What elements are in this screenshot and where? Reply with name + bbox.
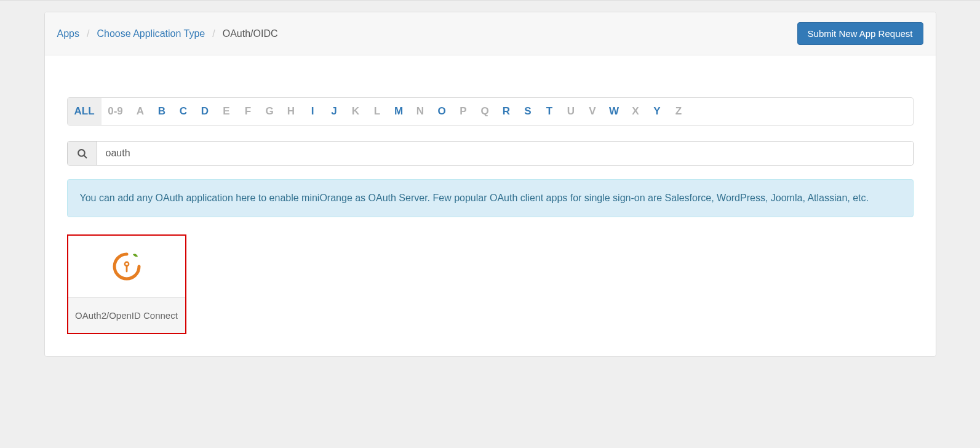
app-card[interactable]: OAuth2/OpenID Connect	[67, 234, 186, 334]
alpha-filter-item-h: H	[281, 98, 302, 125]
alpha-filter-item-a: A	[130, 98, 151, 125]
alpha-filter-item-v: V	[582, 98, 604, 125]
app-card-label: OAuth2/OpenID Connect	[68, 297, 185, 333]
results-grid: OAuth2/OpenID Connect	[67, 234, 914, 334]
alpha-filter-item-f: F	[237, 98, 259, 125]
search-wrap	[67, 141, 914, 166]
alpha-filter-item-o[interactable]: O	[431, 98, 453, 125]
alpha-filter-item-n: N	[410, 98, 431, 125]
alpha-filter-item-d[interactable]: D	[194, 98, 216, 125]
alpha-filter-item-u: U	[560, 98, 582, 125]
app-card-logo	[68, 236, 185, 297]
alpha-filter-item-m[interactable]: M	[388, 98, 410, 125]
alpha-filter-item-g: G	[259, 98, 281, 125]
alpha-filter-item-p: P	[453, 98, 474, 125]
alpha-filter-item-q: Q	[474, 98, 496, 125]
alpha-filter-item-r[interactable]: R	[496, 98, 517, 125]
apps-panel: Apps / Choose Application Type / OAuth/O…	[44, 12, 936, 357]
info-alert: You can add any OAuth application here t…	[67, 179, 914, 217]
alpha-filter-item-b[interactable]: B	[151, 98, 173, 125]
search-input[interactable]	[97, 142, 913, 165]
breadcrumb-separator: /	[87, 28, 89, 39]
alpha-filter-item-s[interactable]: S	[517, 98, 539, 125]
alpha-filter-item-i[interactable]: I	[302, 98, 324, 125]
breadcrumb-apps[interactable]: Apps	[57, 28, 79, 39]
svg-point-0	[78, 150, 85, 156]
alpha-filter-item-c[interactable]: C	[173, 98, 194, 125]
alpha-filter-item-z: Z	[668, 98, 690, 125]
search-icon	[68, 142, 97, 165]
alpha-filter-item-t[interactable]: T	[539, 98, 560, 125]
breadcrumb: Apps / Choose Application Type / OAuth/O…	[57, 28, 278, 39]
panel-heading: Apps / Choose Application Type / OAuth/O…	[45, 12, 936, 55]
breadcrumb-choose-type[interactable]: Choose Application Type	[97, 28, 205, 39]
breadcrumb-current: OAuth/OIDC	[223, 28, 278, 39]
alpha-filter: ALL0-9ABCDEFGHIJKLMNOPQRSTUVWXYZ	[67, 97, 914, 126]
alpha-filter-item-y[interactable]: Y	[647, 98, 668, 125]
alpha-filter-item-all[interactable]: ALL	[68, 98, 102, 125]
submit-new-app-button[interactable]: Submit New App Request	[797, 22, 923, 45]
alpha-filter-item-e: E	[216, 98, 237, 125]
alpha-filter-item-j[interactable]: J	[324, 98, 345, 125]
alpha-filter-item-k: K	[345, 98, 367, 125]
alpha-filter-item-l: L	[367, 98, 388, 125]
svg-line-1	[84, 155, 86, 158]
panel-body: ALL0-9ABCDEFGHIJKLMNOPQRSTUVWXYZ You can…	[45, 55, 936, 356]
alpha-filter-item-x: X	[625, 98, 647, 125]
breadcrumb-separator: /	[212, 28, 215, 39]
alpha-filter-item-w[interactable]: W	[604, 98, 625, 125]
alpha-filter-item-0-9: 0-9	[102, 98, 130, 125]
